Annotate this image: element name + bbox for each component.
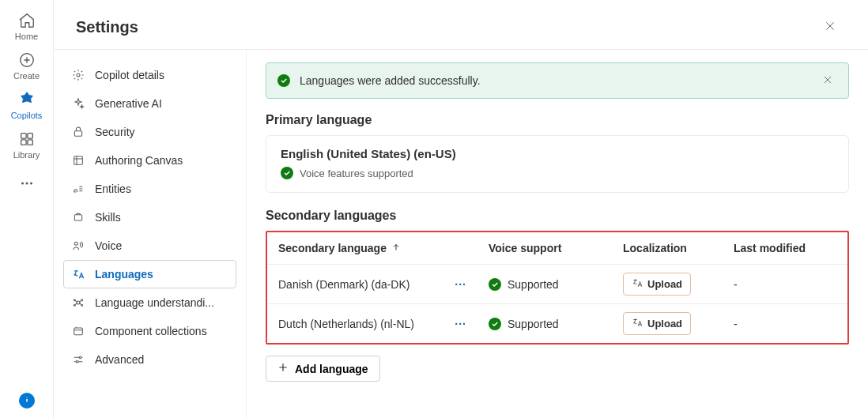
column-header-voice[interactable]: Voice support <box>489 242 623 254</box>
language-name: Danish (Denmark) (da-DK) <box>278 278 409 291</box>
upload-button[interactable]: Upload <box>623 312 691 335</box>
primary-language-subtext-label: Voice features supported <box>300 168 413 179</box>
plus-circle-icon <box>17 51 36 70</box>
svg-point-6 <box>25 182 28 184</box>
sidebar-item-entities[interactable]: Entities <box>63 175 236 203</box>
svg-rect-11 <box>74 215 81 220</box>
primary-language-title: Primary language <box>266 113 849 127</box>
languages-icon <box>71 267 85 281</box>
voice-support-cell: Supported <box>489 278 623 291</box>
sliders-icon <box>71 352 85 367</box>
rail-library[interactable]: Library <box>3 125 51 163</box>
sidebar-item-label: Skills <box>95 211 121 224</box>
sidebar-item-security[interactable]: Security <box>63 118 236 146</box>
svg-point-13 <box>77 301 80 304</box>
secondary-languages-table: Secondary language Voice support Localiz… <box>266 231 849 345</box>
success-icon <box>489 278 501 291</box>
sidebar-item-component-collections[interactable]: Component collections <box>63 317 236 345</box>
sidebar-item-languages[interactable]: Languages <box>63 260 236 288</box>
secondary-languages-title: Secondary languages <box>266 209 849 223</box>
banner-close-button[interactable] <box>818 71 837 90</box>
collections-icon <box>71 324 85 338</box>
sidebar-item-label: Authoring Canvas <box>95 154 183 167</box>
rail-create-label: Create <box>13 71 40 81</box>
sidebar-item-authoring-canvas[interactable]: Authoring Canvas <box>63 146 236 175</box>
rail-create[interactable]: Create <box>3 46 51 84</box>
sidebar-item-label: Language understandi... <box>95 296 214 309</box>
rail-home-label: Home <box>15 32 38 41</box>
more-horizontal-icon <box>17 174 36 193</box>
rail-home[interactable]: Home <box>3 6 51 44</box>
svg-rect-18 <box>74 328 83 335</box>
primary-language-subtext: Voice features supported <box>281 167 834 179</box>
translate-icon <box>632 317 643 330</box>
rail-more[interactable] <box>3 169 51 196</box>
sidebar-item-generative-ai[interactable]: Generative AI <box>63 89 236 118</box>
sidebar-item-advanced[interactable]: Advanced <box>63 345 236 374</box>
svg-point-20 <box>76 360 78 363</box>
add-language-button[interactable]: Add language <box>266 356 380 382</box>
page-title: Settings <box>76 18 138 36</box>
more-horizontal-icon: ··· <box>455 278 466 291</box>
row-actions-button[interactable]: ··· <box>451 318 470 330</box>
table-row: Dutch (Netherlands) (nl-NL) ··· Supporte… <box>267 304 847 343</box>
column-header-modified[interactable]: Last modified <box>734 242 836 254</box>
lock-icon <box>71 125 85 139</box>
sidebar-item-label: Advanced <box>95 353 144 366</box>
column-header-language[interactable]: Secondary language <box>278 242 489 254</box>
sidebar-item-voice[interactable]: Voice <box>63 232 236 260</box>
close-button[interactable] <box>817 14 843 40</box>
rail-copilots-label: Copilots <box>11 111 43 120</box>
primary-language-name: English (United States) (en-US) <box>281 147 834 160</box>
sidebar-item-label: Security <box>95 126 135 138</box>
sidebar-item-label: Copilot details <box>95 69 164 81</box>
rail-copilots[interactable]: Copilots <box>3 85 51 123</box>
column-header-localization[interactable]: Localization <box>623 242 734 254</box>
gear-icon <box>71 68 85 82</box>
sort-asc-icon <box>391 242 401 254</box>
table-header: Secondary language Voice support Localiz… <box>267 232 847 265</box>
main-area: Settings Copilot details Generative AI S… <box>54 0 868 418</box>
home-icon <box>17 11 36 30</box>
success-icon <box>489 318 501 330</box>
voice-support-cell: Supported <box>489 318 623 330</box>
upload-button[interactable]: Upload <box>623 273 691 296</box>
sidebar-item-label: Component collections <box>95 325 207 337</box>
svg-point-5 <box>21 182 23 184</box>
sidebar-item-copilot-details[interactable]: Copilot details <box>63 61 236 89</box>
content-pane: Languages were added successfully. Prima… <box>247 50 868 418</box>
library-icon <box>17 130 36 149</box>
svg-rect-9 <box>74 131 81 137</box>
primary-language-card: English (United States) (en-US) Voice fe… <box>266 135 849 193</box>
success-icon <box>277 74 290 87</box>
app-rail: Home Create Copilots Library <box>0 0 54 418</box>
close-icon <box>824 20 836 35</box>
settings-sidebar: Copilot details Generative AI Security A… <box>54 50 247 418</box>
brain-icon <box>71 296 85 310</box>
skills-icon <box>71 210 85 224</box>
info-icon <box>22 394 32 407</box>
settings-body: Copilot details Generative AI Security A… <box>54 50 868 418</box>
rail-info-button[interactable] <box>19 393 35 409</box>
copilot-icon <box>17 90 36 109</box>
sparkle-icon <box>71 96 85 111</box>
entities-icon <box>71 182 85 196</box>
svg-rect-4 <box>27 140 32 145</box>
sidebar-item-skills[interactable]: Skills <box>63 203 236 232</box>
svg-point-7 <box>29 182 32 184</box>
table-row: Danish (Denmark) (da-DK) ··· Supported U… <box>267 265 847 304</box>
sidebar-item-label: Languages <box>95 268 153 281</box>
svg-point-19 <box>79 356 81 359</box>
canvas-icon <box>71 153 85 168</box>
sidebar-item-language-understanding[interactable]: Language understandi... <box>63 288 236 317</box>
svg-rect-2 <box>27 134 32 138</box>
success-banner: Languages were added successfully. <box>266 62 849 99</box>
sidebar-item-label: Entities <box>95 183 131 195</box>
svg-point-8 <box>77 73 80 77</box>
rail-library-label: Library <box>13 150 40 160</box>
language-name: Dutch (Netherlands) (nl-NL) <box>278 318 414 330</box>
more-horizontal-icon: ··· <box>455 318 466 330</box>
svg-point-12 <box>74 242 77 245</box>
row-actions-button[interactable]: ··· <box>451 278 470 291</box>
close-icon <box>822 74 833 88</box>
